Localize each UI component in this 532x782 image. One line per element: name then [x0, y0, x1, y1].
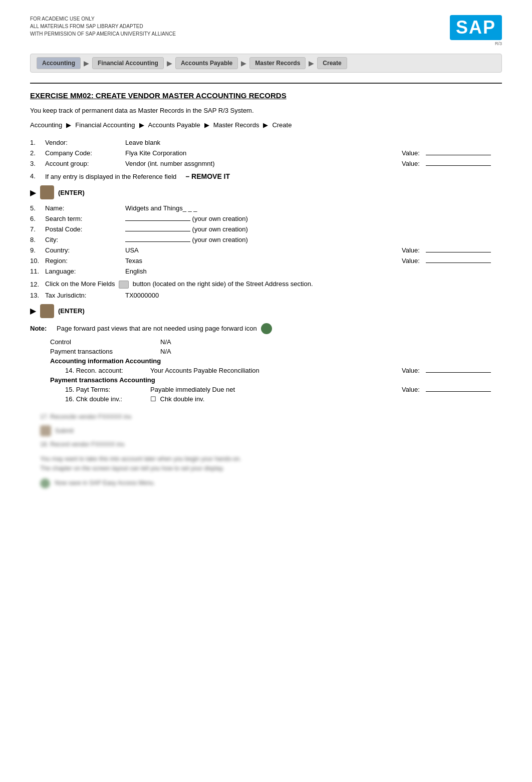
more-fields-btn[interactable]: [119, 281, 129, 289]
step-6-row: 6. Search term: (your own creation): [30, 215, 502, 222]
enter-label-1: (ENTER): [58, 189, 85, 196]
step-14-num: [50, 367, 65, 374]
step-9-label: Country:: [45, 246, 125, 254]
step-11-num: 11.: [30, 268, 45, 275]
enter-icon-1[interactable]: [40, 185, 54, 199]
nav-item-financial-accounting[interactable]: Financial Accounting: [92, 57, 164, 69]
step-9-value-right: Value:: [402, 246, 502, 254]
breadcrumb-sep-3: ▶: [204, 121, 209, 129]
arrow-icon-1: ▶: [30, 188, 36, 197]
step-13-value: TX0000000: [125, 292, 502, 299]
step-7-label: Postal Code:: [45, 225, 125, 233]
step-1-num: 1.: [30, 139, 45, 146]
step-8-value: (your own creation): [125, 236, 502, 243]
step-16-row: 16. Chk double inv.: ☐ Chk double inv.: [50, 395, 502, 403]
step-1-row: 1. Vendor: Leave blank: [30, 139, 502, 146]
step-15-value-right: Value:: [402, 386, 502, 393]
step-2-value-right: Value:: [402, 149, 502, 157]
step-5-value: Widgets and Things_ _ _: [125, 204, 502, 212]
page-forward-icon[interactable]: [261, 323, 272, 334]
step-16-label: 16. Chk double inv.:: [65, 395, 150, 403]
header: FOR ACADEMIC USE ONLY ALL MATERIALS FROM…: [30, 15, 502, 46]
breadcrumb-financial-accounting: Financial Accounting: [75, 121, 135, 129]
step-13-row: 13. Tax Jurisdictn: TX0000000: [30, 292, 502, 299]
step-15-row: 15. Payt Terms: Payable immediately Due …: [50, 386, 502, 393]
blurred-enter-row: Submit: [40, 425, 502, 436]
step-3-row: 3. Account group: Vendor (int. number as…: [30, 160, 502, 167]
breadcrumb-accounting: Accounting: [30, 121, 62, 129]
step-9-blank: [426, 252, 491, 252]
note-row: Note: Page forward past views that are n…: [30, 323, 502, 334]
checkbox-symbol[interactable]: ☐: [150, 395, 156, 403]
step-14-label: 14. Recon. account:: [65, 367, 150, 374]
enter-row-2: ▶ (ENTER): [30, 304, 502, 318]
payment-transactions-accounting-header-row: Payment transactions Accounting: [50, 376, 502, 384]
blurred-final-row: Now save in SAP Easy Access Menu.: [40, 478, 502, 488]
step-7-blank: [125, 231, 190, 231]
intro-text: You keep track of permanent data as Mast…: [30, 107, 502, 114]
sap-logo: SAP: [450, 15, 502, 40]
control-section: Control N/A Payment transactions N/A Acc…: [50, 338, 502, 403]
step-12-row: 12. Click on the More Fields button (loc…: [30, 280, 502, 289]
blurred-text-2: 18. Record vendor FXXXXX inv.: [40, 439, 502, 450]
step-16-num: [50, 395, 65, 403]
step-1-value: Leave blank: [125, 139, 502, 146]
steps-5-11: 5. Name: Widgets and Things_ _ _ 6. Sear…: [30, 204, 502, 275]
step-10-num: 10.: [30, 257, 45, 265]
step-9-num: 9.: [30, 246, 45, 254]
step-4-row: 4. If any entry is displayed in the Refe…: [30, 172, 502, 180]
control-label: Control: [50, 338, 160, 346]
nav-item-create[interactable]: Create: [317, 57, 347, 69]
step-2-row: 2. Company Code: Flya Kite Corporation V…: [30, 149, 502, 157]
blurred-section: 17. Reconcile vendor FXXXXX inv. Submit …: [40, 412, 502, 489]
step-9-row: 9. Country: USA Value:: [30, 246, 502, 254]
payment-transactions-label: Payment transactions: [50, 348, 160, 355]
breadcrumb-master-records: Master Records: [213, 121, 259, 129]
remove-it-text: – REMOVE IT: [185, 172, 230, 180]
blurred-text-3: You may want to take this into account l…: [40, 454, 366, 473]
breadcrumb-accounts-payable: Accounts Payable: [148, 121, 200, 129]
step-6-blank: [125, 220, 190, 221]
step-3-label: Account group:: [45, 160, 125, 167]
step-10-value: Texas: [125, 257, 402, 265]
steps-1-3: 1. Vendor: Leave blank 2. Company Code: …: [30, 139, 502, 167]
step-14-value: Your Accounts Payable Reconciliation: [150, 367, 402, 374]
nav-item-accounts-payable[interactable]: Accounts Payable: [175, 57, 238, 69]
step-7-row: 7. Postal Code: (your own creation): [30, 225, 502, 233]
step-2-blank: [426, 155, 491, 155]
nav-arrow-4: ▶: [309, 59, 314, 67]
nav-item-accounting[interactable]: Accounting: [37, 57, 81, 69]
arrow-icon-2: ▶: [30, 306, 36, 316]
note-text: Page forward past views that are not nee…: [57, 325, 257, 332]
step-10-blank: [426, 263, 491, 263]
step-6-num: 6.: [30, 215, 45, 222]
sap-logo-area: SAP R/3: [450, 15, 502, 46]
nav-arrow-2: ▶: [167, 59, 172, 67]
step-8-num: 8.: [30, 236, 45, 243]
step-11-label: Language:: [45, 268, 125, 275]
step-8-blank: [125, 241, 190, 242]
academic-notice: FOR ACADEMIC USE ONLY ALL MATERIALS FROM…: [30, 15, 176, 38]
step-6-value: (your own creation): [125, 215, 502, 222]
payment-transactions-value: N/A: [160, 348, 171, 355]
step-13-label: Tax Jurisdictn:: [45, 292, 125, 299]
step-3-value-right: Value:: [402, 160, 502, 167]
step-14-blank: [426, 372, 491, 373]
breadcrumb-sep-1: ▶: [66, 121, 71, 129]
breadcrumb-sep-4: ▶: [263, 121, 268, 129]
breadcrumb-sep-2: ▶: [139, 121, 144, 129]
step-1-label: Vendor:: [45, 139, 125, 146]
step-14-row: 14. Recon. account: Your Accounts Payabl…: [50, 367, 502, 374]
step-12-num: 12.: [30, 281, 45, 288]
step-10-row: 10. Region: Texas Value:: [30, 257, 502, 265]
step-5-label: Name:: [45, 204, 125, 212]
nav-item-master-records[interactable]: Master Records: [249, 57, 306, 69]
accounting-info-header-row: Accounting information Accounting: [50, 357, 502, 365]
step-14-value-right: Value:: [402, 367, 502, 374]
enter-icon-2[interactable]: [40, 304, 54, 318]
step-15-num: [50, 386, 65, 393]
accounting-info-header: Accounting information Accounting: [50, 357, 161, 365]
nav-bar[interactable]: Accounting ▶ Financial Accounting ▶ Acco…: [30, 54, 502, 73]
blurred-text-1: 17. Reconcile vendor FXXXXX inv.: [40, 412, 502, 423]
breadcrumb: Accounting ▶ Financial Accounting ▶ Acco…: [30, 121, 502, 129]
